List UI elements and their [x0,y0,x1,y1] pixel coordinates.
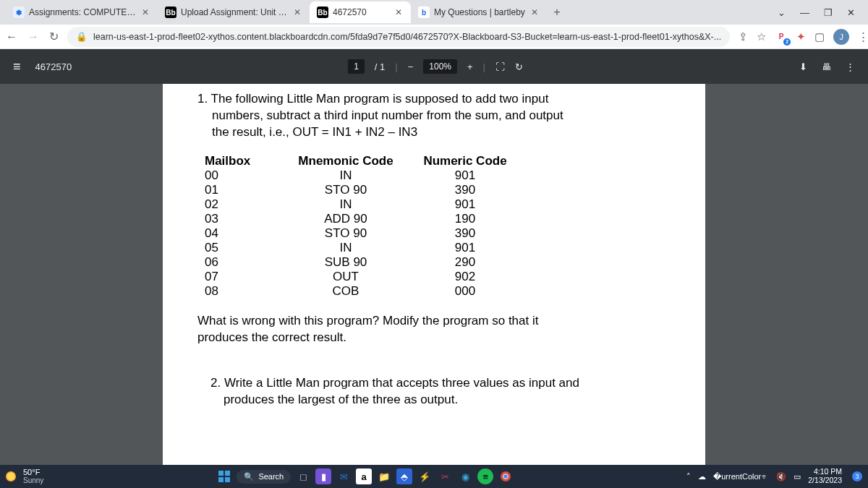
notification-badge[interactable]: 3 [852,471,862,481]
cell-mnemonic: STO 90 [277,226,414,241]
cell-numeric: 000 [414,284,516,299]
date: 2/13/2023 [808,476,842,485]
table-row: 07OUT902 [205,270,671,284]
cell-mnemonic: STO 90 [277,183,414,197]
cell-mailbox: 05 [205,241,277,255]
table-row: 05IN901 [205,241,671,255]
toolbar-right: ⇪ ☆ P2 ✦ ▢ J ⋮ [739,29,868,45]
condition: Sunny [23,477,43,484]
close-icon[interactable]: ✕ [393,6,404,19]
zoom-in-icon[interactable]: + [467,61,473,72]
bookmark-star-icon[interactable]: ☆ [757,30,766,43]
close-icon[interactable]: ✕ [292,6,302,19]
separator: | [483,61,485,72]
zoom-level[interactable]: 100% [423,59,457,74]
question-1-followup: What is wrong with this program? Modify … [197,313,671,346]
download-icon[interactable]: ⬇ [799,61,807,72]
window-controls: ⌄ — ❐ ✕ [770,7,862,18]
rotate-icon[interactable]: ↻ [515,61,523,72]
task-view-icon[interactable]: ◻ [295,468,311,484]
tab-bartleby[interactable]: b My Questions | bartleby ✕ [411,1,547,23]
cell-mnemonic: IN [277,168,414,183]
pdf-viewport[interactable]: 1. The following Little Man program is s… [0,84,868,465]
tab-title: Upload Assignment: Unit 5 AS1: / [181,7,288,17]
taskbar-search[interactable]: 🔍Search [237,470,291,484]
forward-icon[interactable]: → [27,30,39,43]
extensions-icon[interactable]: ✦ [796,30,806,43]
table-row: 02IN901 [205,197,671,212]
tabs-dropdown-icon[interactable]: ⌄ [778,7,786,18]
cell-numeric: 390 [414,183,516,197]
page-total: / 1 [375,61,385,72]
tab-assignments[interactable]: ✽ Assignments: COMPUTER PROGR ✕ [6,1,158,23]
page-number-input[interactable]: 1 [348,59,365,74]
cell-numeric: 390 [414,226,516,241]
close-icon[interactable]: ✕ [140,6,150,19]
fit-page-icon[interactable]: ⛶ [495,61,505,72]
close-icon[interactable]: ✕ [529,6,540,19]
svg-rect-1 [225,471,230,476]
tab-title: Assignments: COMPUTER PROGR [29,7,136,17]
new-tab-button[interactable]: + [547,2,567,22]
tab-title: My Questions | bartleby [434,7,525,17]
back-icon[interactable]: ← [6,30,17,43]
cell-mailbox: 02 [205,197,277,212]
canvas-icon: ✽ [13,7,25,18]
mail-icon[interactable]: ✉ [336,468,352,484]
snip-icon[interactable]: ✂ [437,468,453,484]
clipchamp-icon[interactable]: ▮ [315,468,331,484]
cell-mailbox: 01 [205,183,277,197]
profile-avatar[interactable]: J [833,29,849,45]
svg-point-5 [503,474,509,479]
cell-mnemonic: COB [277,284,414,299]
lmc-table: Mailbox Mnemonic Code Numeric Code 00IN9… [205,154,671,299]
print-icon[interactable]: 🖶 [822,61,831,72]
nav-buttons: ← → ↻ [6,30,59,43]
clock[interactable]: 4:10 PM 2/13/2023 [808,468,842,484]
amazon-icon[interactable]: a [356,468,372,484]
cell-numeric: 902 [414,270,516,284]
cell-numeric: 901 [414,241,516,255]
q2-line: produces the largest of the three as out… [224,392,671,408]
cell-mailbox: 03 [205,212,277,226]
url-text: learn-us-east-1-prod-fleet02-xythos.cont… [93,32,721,42]
maximize-icon[interactable]: ❐ [824,7,833,18]
wifi-icon[interactable]: �urrentColorᯤ [713,472,769,481]
pdf-toolbar: ≡ 4672570 1 / 1 | − 100% + | ⛶ ↻ ⬇ 🖶 ⋮ [0,49,868,84]
tab-upload[interactable]: Bb Upload Assignment: Unit 5 AS1: / ✕ [158,1,310,23]
edge-icon[interactable]: ◉ [457,468,473,484]
q1-text-line: the result, i.e., OUT = IN1 + IN2 – IN3 [212,124,671,141]
battery-icon[interactable]: ▭ [793,472,801,481]
volume-icon[interactable]: 🔇 [776,472,786,481]
minimize-icon[interactable]: — [800,7,809,18]
q1b-line: produces the correct result. [197,330,671,346]
weather-widget[interactable]: 50°F Sunny [23,468,43,484]
cell-mnemonic: IN [277,197,414,212]
extension-p-icon[interactable]: P2 [775,30,788,43]
sidepanel-icon[interactable]: ▢ [814,30,825,43]
reload-icon[interactable]: ↻ [49,30,59,43]
dropbox-icon[interactable]: ⬘ [396,468,412,484]
chrome-icon[interactable] [498,468,514,484]
cell-mnemonic: SUB 90 [277,255,414,270]
th-mnemonic: Mnemonic Code [277,154,414,168]
cell-numeric: 901 [414,197,516,212]
tray-chevron-icon[interactable]: ˄ [686,472,691,481]
search-icon: 🔍 [244,472,254,481]
kebab-menu-icon[interactable]: ⋮ [858,30,868,43]
bartleby-icon: b [418,7,430,18]
more-icon[interactable]: ⋮ [846,61,855,72]
share-icon[interactable]: ⇪ [739,30,748,43]
explorer-icon[interactable]: 📁 [376,468,392,484]
start-icon[interactable] [216,468,232,484]
tab-title: 4672570 [333,7,389,17]
menu-icon[interactable]: ≡ [13,59,21,74]
app-icon[interactable]: ⚡ [417,468,433,484]
blackboard-icon: Bb [165,7,176,18]
onedrive-icon[interactable]: ☁ [698,472,706,481]
window-close-icon[interactable]: ✕ [847,7,855,18]
tab-pdf[interactable]: Bb 4672570 ✕ [310,1,411,23]
address-bar[interactable]: 🔒 learn-us-east-1-prod-fleet02-xythos.co… [67,27,730,47]
zoom-out-icon[interactable]: − [408,61,414,72]
spotify-icon[interactable]: ≡ [477,468,493,484]
